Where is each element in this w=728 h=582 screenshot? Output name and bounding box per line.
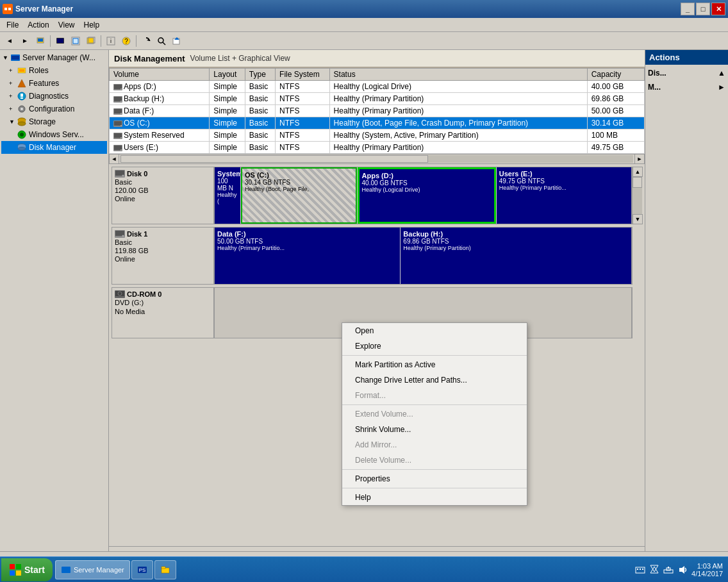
ctx-item-delete-volume---: Delete Volume... — [342, 453, 527, 468]
v-scroll-down[interactable]: ▼ — [633, 214, 643, 224]
partition-apps-d[interactable]: Apps (D:) 40.00 GB NTFS Healthy (Logical… — [358, 167, 496, 224]
storage-expand[interactable]: ▼ — [9, 119, 17, 125]
back-button[interactable]: ◄ — [3, 34, 17, 48]
sidebar-item-server-manager[interactable]: ▼ Server Manager (W... — [1, 51, 107, 64]
ctx-item-help[interactable]: Help — [342, 490, 527, 505]
features-expand[interactable]: + — [9, 80, 17, 87]
menu-file[interactable]: File — [3, 19, 22, 31]
vol-table-row-4[interactable]: System ReservedSimpleBasicNTFSHealthy (S… — [110, 129, 645, 142]
h-scroll-right[interactable]: ► — [634, 154, 645, 164]
search-button[interactable] — [154, 34, 169, 48]
ctx-item-mark-partition-as-active[interactable]: Mark Partition as Active — [342, 357, 527, 372]
col-capacity[interactable]: Capacity — [587, 69, 644, 81]
disk-1-status: Online — [115, 255, 211, 263]
cell-status: Healthy (Boot, Page File, Crash Dump, Pr… — [329, 117, 587, 129]
disk-0-row: Disk 0 Basic 120.00 GB Online System 100… — [112, 167, 642, 224]
close-button[interactable]: ✕ — [711, 3, 725, 15]
ctx-item-explore[interactable]: Explore — [342, 338, 527, 354]
new-window-button[interactable] — [84, 34, 98, 48]
ctx-item-properties[interactable]: Properties — [342, 471, 527, 486]
sidebar-item-roles[interactable]: + Roles — [1, 64, 107, 77]
clock-time: 1:03 AM — [691, 562, 723, 570]
ctx-item-change-drive-letter-and-paths---[interactable]: Change Drive Letter and Paths... — [342, 372, 527, 388]
sidebar-item-windows-services[interactable]: Windows Serv... — [1, 128, 107, 141]
svg-point-37 — [18, 147, 26, 151]
menu-action[interactable]: Action — [24, 19, 53, 31]
dataf-size: 50.00 GB NTFS — [217, 238, 397, 245]
refresh-button[interactable] — [139, 34, 153, 48]
col-layout[interactable]: Layout — [210, 69, 245, 81]
vol-table-row-1[interactable]: Backup (H:)SimpleBasicNTFSHealthy (Prima… — [110, 93, 645, 105]
disk-1-name: Disk 1 — [115, 230, 211, 238]
h-scroll-left[interactable]: ◄ — [109, 154, 119, 164]
show-console-button[interactable] — [53, 34, 67, 48]
ctx-item-open[interactable]: Open — [342, 323, 527, 338]
roles-expand[interactable]: + — [9, 67, 17, 74]
action-section-m[interactable]: M... ► — [648, 81, 725, 93]
export-button[interactable] — [170, 34, 184, 48]
minimize-button[interactable]: _ — [681, 3, 695, 15]
diagnostics-expand[interactable]: + — [9, 93, 17, 99]
ctx-item-extend-volume---: Extend Volume... — [342, 406, 527, 422]
horizontal-scrollbar[interactable]: ◄ ► — [109, 154, 645, 164]
properties-button[interactable]: i — [104, 34, 118, 48]
sidebar-item-diagnostics[interactable]: + Diagnostics — [1, 90, 107, 103]
vol-table-row-2[interactable]: Data (F:)SimpleBasicNTFSHealthy (Primary… — [110, 105, 645, 117]
taskbar-server-manager[interactable]: Server Manager — [55, 560, 130, 579]
action-section-dis[interactable]: Dis... ▲ — [648, 67, 725, 79]
vol-table-row-5[interactable]: Users (E:)SimpleBasicNTFSHealthy (Primar… — [110, 142, 645, 154]
taskbar-explorer[interactable] — [154, 560, 176, 579]
backuph-name: Backup (H:) — [403, 230, 629, 238]
taskbar-powershell[interactable]: PS — [131, 560, 153, 579]
up-button[interactable] — [33, 34, 47, 48]
ctx-separator-11 — [342, 469, 527, 470]
disk-0-name: Disk 0 — [115, 170, 211, 178]
cell-layout: Simple — [210, 81, 245, 93]
svg-point-61 — [122, 235, 124, 237]
sidebar-item-storage[interactable]: ▼ Storage — [1, 115, 107, 128]
start-button[interactable]: Start — [1, 558, 53, 581]
v-scroll-up[interactable]: ▲ — [633, 167, 643, 177]
partition-data-f[interactable]: Data (F:) 50.00 GB NTFS Healthy (Primary… — [215, 228, 400, 284]
vol-table-row-3[interactable]: OS (C:)SimpleBasicNTFSHealthy (Boot, Pag… — [110, 117, 645, 129]
title-text: Server Manager — [15, 4, 73, 13]
partition-backup-h[interactable]: Backup (H:) 69.86 GB NTFS Healthy (Prima… — [401, 228, 631, 284]
sidebar-item-configuration[interactable]: + Configuration — [1, 103, 107, 115]
col-status[interactable]: Status — [329, 69, 587, 81]
svg-rect-65 — [10, 564, 15, 569]
sidebar-item-features[interactable]: + Features — [1, 77, 107, 90]
col-volume[interactable]: Volume — [110, 69, 210, 81]
menu-view[interactable]: View — [54, 19, 79, 31]
v-scroll-track[interactable] — [633, 177, 642, 214]
clock: 1:03 AM 4/14/2017 — [691, 562, 723, 578]
svg-rect-2 — [8, 8, 11, 10]
svg-point-52 — [120, 137, 122, 138]
v-scroll-thumb[interactable] — [633, 177, 642, 188]
svg-point-29 — [21, 108, 23, 110]
snap-button[interactable] — [69, 34, 83, 48]
h-scroll-thumb[interactable] — [120, 155, 428, 163]
svg-rect-4 — [38, 38, 43, 42]
h-scroll-track[interactable] — [120, 155, 633, 163]
expand-icon[interactable]: ▼ — [3, 54, 10, 61]
partition-system-reserved[interactable]: System 100 MB N Healthy ( — [215, 167, 240, 224]
partition-os-c[interactable]: OS (C:) 30.14 GB NTFS Healthy (Boot, Pag… — [241, 167, 357, 224]
toolbar: ◄ ► i ? — [0, 32, 728, 50]
cell-fs: NTFS — [276, 117, 330, 129]
ctx-item-shrink-volume---[interactable]: Shrink Volume... — [342, 422, 527, 437]
cell-volume: Data (F:) — [110, 105, 210, 117]
partition-users-e[interactable]: Users (E:) 49.75 GB NTFS Healthy (Primar… — [497, 167, 631, 224]
help-button[interactable]: ? — [119, 34, 133, 48]
maximize-button[interactable]: □ — [696, 3, 710, 15]
disk-0-info: Disk 0 Basic 120.00 GB Online — [112, 167, 214, 224]
cell-status: Healthy (System, Active, Primary Partiti… — [329, 129, 587, 142]
userse-name: Users (E:) — [499, 170, 629, 178]
col-type[interactable]: Type — [245, 69, 275, 81]
svg-rect-67 — [10, 570, 15, 576]
configuration-expand[interactable]: + — [9, 106, 17, 112]
menu-help[interactable]: Help — [80, 19, 104, 31]
col-fs[interactable]: File System — [276, 69, 330, 81]
forward-button[interactable]: ► — [18, 34, 32, 48]
sidebar-item-disk-manager[interactable]: Disk Manager — [1, 141, 107, 154]
vol-table-row-0[interactable]: Apps (D:)SimpleBasicNTFSHealthy (Logical… — [110, 81, 645, 93]
